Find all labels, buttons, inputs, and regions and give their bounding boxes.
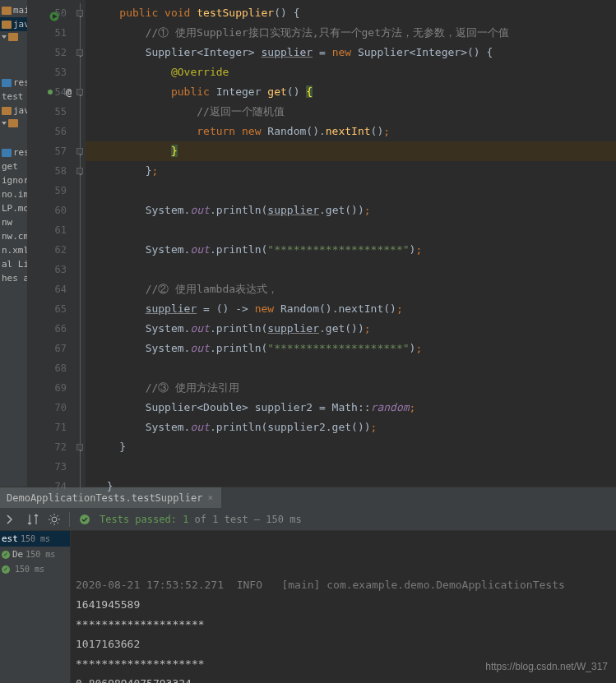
test-result-item[interactable]: De 150 ms — [0, 547, 70, 562]
gutter-line: 59 — [28, 181, 85, 201]
code-line[interactable] — [86, 457, 616, 477]
editor-area: mainjavrestestjavresgetignoreno.imlLP.md… — [0, 0, 616, 487]
project-tree-item[interactable] — [0, 31, 27, 43]
code-editor[interactable]: public void testSupplier() { //① 使用Suppl… — [86, 0, 616, 487]
project-tree-label: hes ar — [2, 273, 28, 284]
fold-icon[interactable] — [76, 148, 83, 155]
project-tree-item[interactable]: ignore — [0, 173, 27, 187]
code-line[interactable]: } — [86, 477, 616, 496]
code-line[interactable] — [86, 220, 616, 240]
project-tree-item[interactable]: jav — [0, 17, 27, 31]
results-tree[interactable]: est 150 msDe 150 ms 150 ms — [0, 531, 71, 683]
project-tree-item[interactable]: no.iml — [0, 187, 27, 201]
code-line[interactable]: //返回一个随机值 — [86, 102, 616, 122]
code-line[interactable]: public Integer get() { — [86, 82, 616, 102]
code-line[interactable]: System.out.println(supplier2.get()); — [86, 418, 616, 437]
tests-of-label: of 1 test – 150 ms — [188, 514, 301, 525]
project-tree-item[interactable] — [0, 129, 27, 145]
code-line[interactable]: //② 使用lambda表达式， — [86, 279, 616, 299]
project-tree-item[interactable]: nw — [0, 215, 27, 229]
code-line[interactable]: } — [86, 437, 616, 457]
project-tree-item[interactable]: n.xml — [0, 243, 27, 257]
test-result-label: De — [12, 549, 23, 560]
fold-icon[interactable] — [76, 89, 83, 95]
folder-icon — [8, 119, 18, 127]
code-line[interactable]: }; — [86, 161, 616, 181]
gutter-line: 63 — [28, 260, 85, 279]
code-line[interactable]: Supplier<Double> supplier2 = Math::rando… — [86, 398, 616, 418]
gutter-line: 60 — [28, 201, 85, 220]
project-tree-item[interactable]: jav — [0, 104, 27, 118]
project-tree-item[interactable] — [0, 43, 27, 59]
gutter-line: 70 — [28, 398, 85, 418]
tests-passed-label: Tests passed: 1 — [100, 514, 188, 525]
code-line[interactable]: return new Random().nextInt(); — [86, 122, 616, 141]
code-line[interactable]: } — [86, 141, 616, 161]
project-tree-item[interactable]: test — [0, 90, 27, 104]
project-tree-item[interactable]: main — [0, 3, 27, 17]
code-line[interactable]: //① 使用Supplier接口实现方法,只有一个get方法，无参数，返回一个值 — [86, 23, 616, 43]
divider — [69, 512, 70, 527]
code-line[interactable] — [86, 181, 616, 201]
code-line[interactable] — [86, 260, 616, 279]
settings-icon[interactable] — [48, 513, 61, 526]
test-result-label: est — [2, 533, 18, 544]
project-tree-item[interactable] — [0, 118, 27, 129]
passed-icon — [78, 513, 91, 526]
console-line: 1641945589 — [76, 595, 611, 615]
test-toolbar: Tests passed: 1 of 1 test – 150 ms — [0, 508, 616, 531]
fold-icon[interactable] — [76, 444, 83, 450]
fold-icon[interactable] — [76, 49, 83, 56]
gutter-line: 62 — [28, 240, 85, 260]
expand-all-icon[interactable] — [5, 513, 18, 526]
console-output[interactable]: 2020-08-21 17:53:52.271 INFO [main] com.… — [71, 531, 616, 683]
gutter-line: 51 — [28, 23, 85, 43]
passed-icon — [2, 565, 10, 574]
run-test-icon[interactable] — [49, 8, 59, 18]
gutter-line: 67 — [28, 339, 85, 358]
project-tree-label: jav — [13, 105, 28, 116]
fold-icon[interactable] — [76, 10, 83, 16]
code-line[interactable]: System.out.println(supplier.get()); — [86, 201, 616, 220]
project-tree-item[interactable] — [0, 59, 27, 76]
code-line[interactable]: System.out.println("********************… — [86, 240, 616, 260]
project-tree-item[interactable]: nw.cm — [0, 229, 27, 243]
project-tree-label: al Libr — [2, 259, 28, 270]
project-tree-label: n.xml — [2, 245, 28, 256]
sort-icon[interactable] — [26, 513, 39, 526]
override-icon[interactable]: @ — [66, 82, 72, 102]
code-line[interactable]: System.out.println(supplier.get()); — [86, 319, 616, 339]
code-line[interactable] — [86, 358, 616, 378]
project-tree-item[interactable]: get — [0, 159, 27, 173]
project-tree[interactable]: mainjavrestestjavresgetignoreno.imlLP.md… — [0, 0, 28, 487]
test-result-item[interactable]: 150 ms — [0, 562, 70, 576]
code-line[interactable]: Supplier<Integer> supplier = new Supplie… — [86, 43, 616, 62]
code-line[interactable]: public void testSupplier() { — [86, 3, 616, 23]
project-tree-label: ignore — [2, 175, 28, 186]
gutter-line: 52 — [28, 43, 85, 62]
code-line[interactable]: System.out.println("********************… — [86, 339, 616, 358]
gutter-line: 53 — [28, 62, 85, 82]
fold-icon[interactable] — [76, 168, 83, 174]
project-tree-item[interactable]: al Libr — [0, 257, 27, 271]
project-tree-item[interactable]: hes ar — [0, 271, 27, 285]
code-line[interactable]: supplier = () -> new Random().nextInt(); — [86, 299, 616, 319]
test-result-item[interactable]: est 150 ms — [0, 531, 70, 547]
folder-icon — [2, 149, 12, 157]
results-panel: est 150 msDe 150 ms 150 ms 2020-08-21 17… — [0, 531, 616, 683]
code-line[interactable]: //③ 使用方法引用 — [86, 378, 616, 398]
project-tree-label: LP.md — [2, 203, 28, 214]
gutter-line: 69 — [28, 378, 85, 398]
project-tree-item[interactable]: res — [0, 145, 27, 159]
test-status: Tests passed: 1 of 1 test – 150 ms — [100, 514, 302, 525]
watermark: https://blog.csdn.net/W_317 — [485, 657, 608, 676]
project-tree-label: res — [13, 77, 28, 88]
project-tree-item[interactable]: res — [0, 76, 27, 90]
folder-icon — [2, 7, 12, 15]
project-tree-label: no.iml — [2, 189, 28, 200]
code-line[interactable]: @Override — [86, 62, 616, 82]
test-result-time: 150 ms — [25, 550, 55, 559]
project-tree-item[interactable]: LP.md — [0, 201, 27, 215]
test-result-time: 150 ms — [15, 565, 44, 574]
gutter: 5051525354@55565758596061626364656667686… — [28, 0, 86, 487]
